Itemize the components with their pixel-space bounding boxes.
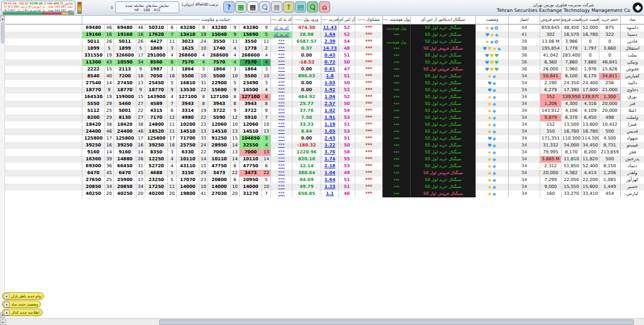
cell-symbol[interactable]: نورق xyxy=(620,94,644,101)
table-row[interactable]: 91601491601483503633022700013700013***12… xyxy=(5,149,644,156)
table-row[interactable]: 511225500122431563314193722937229***37.7… xyxy=(5,107,644,114)
table-row[interactable]: 2440046244004618520111451013145101314510… xyxy=(5,128,644,135)
cell-symbol[interactable]: کفپارس xyxy=(620,73,644,80)
cell-smart-money: *** xyxy=(382,94,410,101)
table-row[interactable]: 693003666450315272044311015477506477506*… xyxy=(5,163,644,170)
upload-icon[interactable]: ↑ xyxy=(283,1,294,13)
header-code-to-code[interactable]: کد به کد ----- xyxy=(270,16,292,24)
close-icon[interactable]: x xyxy=(4,294,9,299)
table-row[interactable]: 1877091877091877091353022156809165004***… xyxy=(5,87,644,94)
header-score[interactable]: امتیاز xyxy=(508,16,540,24)
preview-icon[interactable] xyxy=(259,1,270,13)
header-sell-price[interactable]: قیمت فروش xyxy=(561,16,581,24)
cell-symbol[interactable]: ونیکی xyxy=(620,59,644,66)
cell-symbol[interactable]: فجر xyxy=(620,149,644,156)
scroll-right-arrow[interactable]: ► xyxy=(0,319,6,325)
cell-symbol[interactable]: فنر xyxy=(620,101,644,107)
header-smart-money[interactable]: پول هوشمند ----- xyxy=(382,16,410,24)
cell-symbol[interactable]: اعتلا xyxy=(620,107,644,114)
cell-support-resistance-value: 1864 xyxy=(176,66,199,73)
cell-symbol[interactable]: دحاوی xyxy=(620,87,644,94)
vertical-scroll-thumb[interactable] xyxy=(1,22,4,43)
cell-symbol[interactable]: ولغدر xyxy=(620,170,644,177)
header-signal[interactable]: سیگنال اندیکاتور آر اس آی xyxy=(410,16,475,24)
cell-support-resistance-count: 5 xyxy=(167,170,176,177)
cell-support-resistance-count: 20 xyxy=(136,190,145,197)
table-row[interactable]: 4025020402502040200201980041270302031270… xyxy=(5,190,644,197)
home-icon[interactable]: ⌂ xyxy=(319,1,330,13)
list-view-icon[interactable]: ▤ xyxy=(295,1,306,13)
table-row[interactable]: 275401427450132545051681031229005234903*… xyxy=(5,80,644,87)
search-icon[interactable] xyxy=(307,1,318,13)
header-buy-volume[interactable]: حجم خرید xyxy=(599,16,620,24)
cell-symbol[interactable]: قیستو xyxy=(620,142,644,149)
close-icon[interactable]: x xyxy=(4,302,9,307)
table-row[interactable]: 501126501126442711302324355011355011***6… xyxy=(5,38,644,45)
table-row[interactable]: 1842038184203814800111020023120601012060… xyxy=(5,121,644,128)
cell-support-resistance-count: 15 xyxy=(104,66,113,73)
filter-display-box[interactable]: نمایش نمادهای معامله شده HF - 186 - RSI xyxy=(115,1,179,13)
notification-pill[interactable]: xوضعیت جدید نماد xyxy=(2,300,41,308)
table-row[interactable]: 3925016392501639250162575024289501432550… xyxy=(5,142,644,149)
table-row[interactable]: 1636039148802612250410110141011014101101… xyxy=(5,156,644,163)
cell-symbol[interactable]: کهرآور xyxy=(620,177,644,184)
cell-symbol[interactable]: لپارس xyxy=(620,190,644,197)
cell-code-to-code: *** xyxy=(270,80,292,87)
grid-view-icon[interactable]: ▦ xyxy=(247,1,258,13)
table-row[interactable]: 3315501932660017291000426860042686004268… xyxy=(5,52,644,59)
cell-symbol[interactable]: حسیر xyxy=(620,184,644,190)
gem-icon: ◆ xyxy=(492,80,497,86)
table-row[interactable]: 191601619160161762071341019150409156905ک… xyxy=(5,31,644,38)
cell-symbol[interactable]: دسینا xyxy=(620,31,644,38)
cell-support-resistance-count: 27 xyxy=(136,114,145,121)
horizontal-scrollbar[interactable]: ◄ ► xyxy=(0,318,644,325)
cell-symbol[interactable]: قدیس xyxy=(620,128,644,135)
cell-symbol[interactable]: دتماد xyxy=(620,163,644,170)
header-rsi[interactable]: آر اس آی ------ xyxy=(338,16,355,24)
excel-export-icon[interactable]: ▦ xyxy=(235,1,247,13)
scroll-up-arrow[interactable]: ▲ xyxy=(0,16,5,21)
cell-symbol[interactable]: بملت xyxy=(620,52,644,59)
table-view-icon[interactable]: ▦ xyxy=(271,1,282,13)
help-icon[interactable]: ? xyxy=(223,1,235,13)
header-support-resistance[interactable]: حمایت و مقاومت -------------------------… xyxy=(82,16,270,24)
table-row[interactable]: 82002981302771701249802255901259107***7.… xyxy=(5,114,644,121)
header-sell-volume[interactable]: حجم فروش xyxy=(540,16,561,24)
heart-icon: ♥ xyxy=(487,87,492,93)
cell-buy-price: 24,400 xyxy=(581,80,599,87)
header-symbol[interactable]: نماد xyxy=(620,16,644,24)
table-row[interactable]: 1258001712580017125800177170033912501510… xyxy=(5,135,644,142)
table-row[interactable]: 276502525900172325051707023208006209505*… xyxy=(5,177,644,184)
horizontal-scroll-thumb[interactable] xyxy=(159,319,634,325)
cell-symbol[interactable]: فیبرا xyxy=(620,121,644,128)
header-money-inflow[interactable]: ورود پول ----- xyxy=(292,16,321,24)
notification-pill[interactable]: xاطلاعیه جدید کدال xyxy=(2,309,43,316)
cell-score: 34 xyxy=(508,80,540,87)
table-row[interactable]: 1645301915900015143900412710081271008127… xyxy=(5,94,644,101)
header-status[interactable]: وضعیت xyxy=(475,16,508,24)
cell-symbol[interactable]: داسوه xyxy=(620,25,644,31)
cell-symbol[interactable]: پدرخش xyxy=(620,156,644,163)
header-spacer[interactable] xyxy=(5,16,82,24)
table-row[interactable]: 2222152113919873186431864318643***0.000.… xyxy=(5,66,644,73)
cell-symbol[interactable]: ولملت xyxy=(620,114,644,121)
table-row[interactable]: 69480466948046503106432809432809432809کد… xyxy=(5,25,644,31)
cell-symbol[interactable]: فجوش xyxy=(620,66,644,73)
cell-rsi: 52 xyxy=(338,94,355,101)
close-icon[interactable]: x xyxy=(4,310,9,316)
vertical-scrollbar[interactable]: ▲ ▼ xyxy=(0,16,5,318)
cell-symbol[interactable]: دالبید xyxy=(620,80,644,87)
table-row[interactable]: 1899518995186931625101740417782***0.3714… xyxy=(5,45,644,52)
header-power[interactable]: قدرت ------ xyxy=(321,16,338,24)
table-row[interactable]: 1130043105903485608757047570475704***-18… xyxy=(5,59,644,66)
table-row[interactable]: 55502954602745897394383943839438***25.77… xyxy=(5,101,644,107)
table-row[interactable]: 64704564704546885315029347322347322***38… xyxy=(5,170,644,177)
notification-pill[interactable]: xپیام جدید ناظر بازار xyxy=(2,292,44,300)
cell-symbol[interactable]: خاذین xyxy=(620,38,644,45)
cell-symbol[interactable]: استقلال xyxy=(620,45,644,52)
header-suspect[interactable]: مشکوک ----- xyxy=(355,16,382,24)
cell-symbol[interactable]: شهواد xyxy=(620,135,644,142)
header-buy-price[interactable]: قیمت خرید xyxy=(581,16,599,24)
table-row[interactable]: 854040720018705016550010550010550010***8… xyxy=(5,73,644,80)
table-row[interactable]: 2085034208503417250111400010140001014000… xyxy=(5,184,644,190)
